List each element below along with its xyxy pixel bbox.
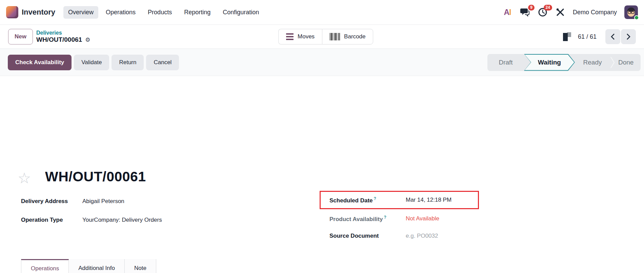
- tab-additional-info[interactable]: Additional Info: [69, 259, 125, 273]
- inventory-app-icon[interactable]: [6, 6, 18, 18]
- online-status-dot: [634, 15, 639, 20]
- app-name[interactable]: Inventory: [22, 8, 55, 17]
- pager-counter[interactable]: 61 / 61: [578, 33, 597, 40]
- delivery-address-label: Delivery Address: [21, 198, 82, 205]
- delivery-address-row: Delivery Address Abigail Peterson: [21, 195, 162, 208]
- delivery-address-value[interactable]: Abigail Peterson: [82, 198, 124, 205]
- bookmark-icon[interactable]: [563, 32, 569, 41]
- messages-icon[interactable]: 9: [520, 7, 530, 17]
- operation-type-value[interactable]: YourCompany: Delivery Orders: [82, 217, 162, 223]
- source-document-input[interactable]: e.g. PO0032: [406, 233, 438, 239]
- help-icon: ?: [384, 215, 386, 220]
- company-switcher[interactable]: Demo Company: [573, 9, 617, 16]
- favorite-star-icon[interactable]: ☆: [18, 171, 31, 186]
- stage-draft[interactable]: Draft: [487, 54, 524, 71]
- pager-next-button[interactable]: [621, 29, 636, 44]
- barcode-button[interactable]: Barcode: [322, 29, 373, 44]
- messages-count-badge: 9: [528, 5, 535, 11]
- odoo-inventory-page: Inventory Overview Operations Products R…: [0, 0, 644, 273]
- ai-icon[interactable]: AI: [502, 7, 512, 17]
- moves-list-icon: [286, 33, 294, 40]
- menu-item-products[interactable]: Products: [143, 6, 177, 19]
- tab-note[interactable]: Note: [125, 259, 156, 273]
- menu-item-reporting[interactable]: Reporting: [179, 6, 215, 19]
- record-title: WH/OUT/00061: [45, 169, 146, 185]
- wrench-screwdriver-glyph: [556, 8, 565, 17]
- stage-waiting[interactable]: Waiting: [524, 54, 575, 71]
- menu-item-operations[interactable]: Operations: [101, 6, 140, 19]
- help-icon: ?: [374, 196, 376, 201]
- product-availability-label: Product Availability: [329, 216, 383, 222]
- pager-buttons: [605, 29, 636, 44]
- form-sheet: ☆ WH/OUT/00061 Delivery Address Abigail …: [0, 76, 644, 273]
- operation-type-label: Operation Type: [21, 217, 82, 223]
- new-button[interactable]: New: [8, 29, 33, 44]
- gear-icon[interactable]: ⚙: [85, 36, 90, 43]
- barcode-icon: [330, 33, 340, 40]
- stage-separator: [610, 54, 615, 71]
- scheduled-date-row-annotation-highlight: Scheduled Date? Mar 14, 12:18 PM: [320, 191, 479, 209]
- right-field-group: Scheduled Date? Mar 14, 12:18 PM Product…: [320, 191, 479, 243]
- main-menu: Overview Operations Products Reporting C…: [63, 6, 264, 19]
- breadcrumb-current-record: WH/OUT/00061: [36, 36, 82, 44]
- chevron-left-icon: [610, 33, 615, 40]
- menu-item-overview[interactable]: Overview: [63, 6, 98, 19]
- tab-operations[interactable]: Operations: [21, 259, 69, 273]
- check-availability-button[interactable]: Check Availability: [8, 55, 72, 70]
- source-document-row: Source Document e.g. PO0032: [320, 229, 479, 243]
- breadcrumb-deliveries-link[interactable]: Deliveries: [36, 30, 90, 36]
- view-switch-group: Moves Barcode: [278, 29, 373, 44]
- pager-previous-button[interactable]: [605, 29, 620, 44]
- user-avatar[interactable]: [624, 5, 638, 19]
- status-pipeline: Draft Waiting Ready Done: [487, 54, 641, 71]
- product-availability-row: Product Availability? Not Available: [320, 212, 479, 225]
- product-availability-value: Not Available: [406, 215, 439, 222]
- cancel-button[interactable]: Cancel: [146, 55, 179, 70]
- activities-clock-icon[interactable]: 24: [538, 7, 548, 17]
- menu-item-configuration[interactable]: Configuration: [218, 6, 264, 19]
- control-panel: New Deliveries WH/OUT/00061 ⚙ Moves Barc…: [0, 25, 644, 49]
- return-button[interactable]: Return: [112, 55, 144, 70]
- moves-button[interactable]: Moves: [278, 29, 322, 44]
- top-nav: Inventory Overview Operations Products R…: [0, 0, 644, 25]
- source-document-label: Source Document: [329, 233, 406, 239]
- scheduled-date-label: Scheduled Date: [329, 197, 373, 203]
- stage-ready[interactable]: Ready: [575, 54, 610, 71]
- notebook-tabs: Operations Additional Info Note: [8, 259, 636, 273]
- activities-count-badge: 24: [544, 5, 552, 11]
- breadcrumb: Deliveries WH/OUT/00061 ⚙: [36, 30, 90, 44]
- stage-done[interactable]: Done: [615, 54, 637, 71]
- operation-type-row: Operation Type YourCompany: Delivery Ord…: [21, 213, 162, 227]
- tools-debug-icon[interactable]: [555, 7, 565, 17]
- validate-button[interactable]: Validate: [74, 55, 109, 70]
- scheduled-date-value[interactable]: Mar 14, 12:18 PM: [406, 197, 451, 203]
- status-bar: Check Availability Validate Return Cance…: [0, 49, 644, 76]
- left-field-group: Delivery Address Abigail Peterson Operat…: [21, 195, 162, 232]
- chevron-right-icon: [626, 33, 631, 40]
